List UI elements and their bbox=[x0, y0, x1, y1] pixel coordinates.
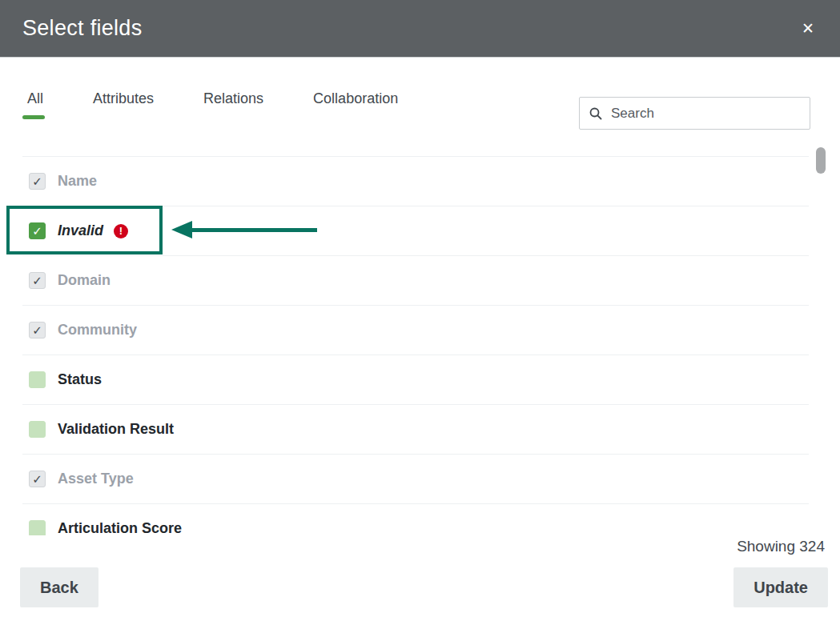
search-input[interactable] bbox=[609, 105, 800, 122]
field-row: Validation Result bbox=[22, 405, 809, 455]
tab-collaboration[interactable]: Collaboration bbox=[308, 90, 403, 119]
error-icon: ! bbox=[114, 224, 128, 238]
dialog-header: Select fields ✕ bbox=[0, 0, 840, 58]
field-checkbox[interactable] bbox=[29, 371, 46, 388]
update-button[interactable]: Update bbox=[733, 567, 828, 607]
field-checkbox[interactable]: ✓ bbox=[29, 322, 46, 339]
tab-all[interactable]: All bbox=[22, 90, 48, 119]
field-checkbox[interactable]: ✓ bbox=[29, 222, 46, 239]
field-row: Articulation Score bbox=[22, 504, 809, 535]
field-row: ✓ Invalid ! bbox=[22, 206, 809, 256]
field-label: Articulation Score bbox=[58, 520, 182, 535]
field-list: ✓ Name ✓ Invalid ! ✓ Domain ✓ Community … bbox=[22, 156, 809, 535]
field-label: Validation Result bbox=[58, 421, 174, 438]
field-checkbox[interactable] bbox=[29, 421, 46, 438]
field-checkbox[interactable] bbox=[29, 520, 46, 535]
field-label: Domain bbox=[58, 272, 111, 289]
back-button[interactable]: Back bbox=[20, 567, 98, 607]
scrollbar-thumb[interactable] bbox=[816, 147, 826, 174]
dialog-title: Select fields bbox=[22, 16, 142, 41]
field-row: ✓ Domain bbox=[22, 256, 809, 306]
field-checkbox[interactable]: ✓ bbox=[29, 272, 46, 289]
field-label: Name bbox=[58, 173, 97, 190]
tab-relations[interactable]: Relations bbox=[199, 90, 268, 119]
field-label: Asset Type bbox=[58, 471, 134, 487]
field-row: ✓ Name bbox=[22, 157, 809, 206]
search-box bbox=[579, 97, 810, 130]
field-row: ✓ Asset Type bbox=[22, 455, 809, 504]
tab-attributes[interactable]: Attributes bbox=[88, 90, 159, 119]
field-label: Invalid bbox=[58, 222, 103, 239]
close-icon[interactable]: ✕ bbox=[798, 18, 818, 39]
field-label: Status bbox=[58, 371, 102, 388]
tab-bar: All Attributes Relations Collaboration bbox=[22, 90, 403, 119]
field-row: ✓ Community bbox=[22, 306, 809, 355]
field-row: Status bbox=[22, 355, 809, 405]
showing-count: Showing 324 bbox=[737, 538, 825, 555]
search-icon bbox=[589, 107, 602, 120]
field-label: Community bbox=[58, 322, 137, 339]
field-checkbox[interactable]: ✓ bbox=[29, 471, 46, 487]
field-checkbox[interactable]: ✓ bbox=[29, 173, 46, 190]
